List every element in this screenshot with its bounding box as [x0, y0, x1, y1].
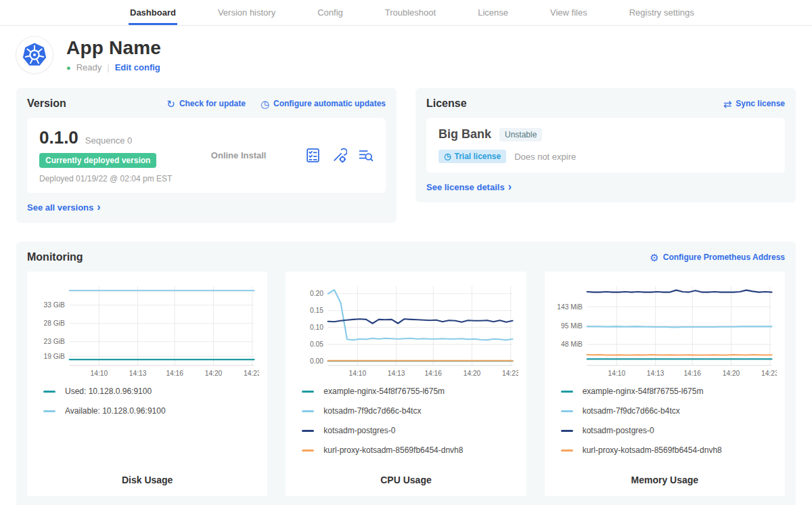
legend-item: example-nginx-54f8f76755-l675m: [561, 387, 777, 396]
svg-text:14:13: 14:13: [388, 370, 405, 377]
license-card: License ⇄ Sync license Big Bank Unstable…: [415, 88, 796, 202]
legend-item: Used: 10.128.0.96:9100: [43, 387, 259, 396]
tab-view-files[interactable]: View files: [549, 0, 589, 25]
svg-text:23 GiB: 23 GiB: [44, 338, 65, 345]
preflight-checks-icon[interactable]: [305, 148, 321, 163]
tab-dashboard[interactable]: Dashboard: [129, 0, 177, 25]
svg-text:14:13: 14:13: [129, 370, 147, 377]
channel-badge: Unstable: [499, 128, 542, 141]
edit-config-icon[interactable]: [332, 148, 347, 163]
svg-text:143 MiB: 143 MiB: [557, 303, 583, 311]
memory-usage-panel: 14:1014:1314:1614:2014:23143 MiB95 MiB48…: [545, 271, 785, 496]
svg-text:14:23: 14:23: [761, 370, 777, 377]
svg-text:0.05: 0.05: [310, 341, 323, 348]
svg-text:33 GiB: 33 GiB: [44, 301, 65, 309]
deployed-timestamp: Deployed 01/19/22 @ 02:04 pm EST: [39, 174, 172, 183]
tab-version-history[interactable]: Version history: [217, 0, 277, 25]
svg-text:14:10: 14:10: [91, 370, 108, 377]
refresh-icon: ↻: [166, 99, 175, 109]
cpu-usage-legend: example-nginx-54f8f76755-l675mkotsadm-7f…: [302, 387, 518, 465]
svg-text:14:20: 14:20: [722, 370, 740, 377]
tab-license[interactable]: License: [476, 0, 510, 25]
monitoring-card: Monitoring ⚙ Configure Prometheus Addres…: [16, 242, 796, 505]
gear-icon: ⚙: [650, 252, 658, 263]
memory-usage-chart: 14:1014:1314:1614:2014:23143 MiB95 MiB48…: [553, 281, 777, 380]
sync-license-link[interactable]: ⇄ Sync license: [723, 99, 785, 109]
svg-text:14:23: 14:23: [502, 370, 518, 377]
legend-label: kurl-proxy-kotsadm-8569fb6454-dnvh8: [323, 445, 463, 455]
svg-text:0.00: 0.00: [310, 357, 323, 365]
legend-label: Used: 10.128.0.96:9100: [65, 387, 152, 396]
edit-config-link[interactable]: Edit config: [115, 62, 160, 72]
legend-label: Available: 10.128.0.96:9100: [65, 406, 166, 416]
legend-item: Available: 10.128.0.96:9100: [43, 406, 259, 416]
svg-text:28 GiB: 28 GiB: [44, 320, 65, 327]
status-dot-icon: ●: [66, 64, 71, 72]
legend-item: kurl-proxy-kotsadm-8569fb6454-dnvh8: [302, 445, 518, 455]
app-status: Ready: [76, 62, 102, 72]
legend-label: kotsadm-7f9dc7d66c-b4tcx: [323, 406, 421, 416]
license-expiry: Does not expire: [514, 152, 576, 162]
svg-text:14:10: 14:10: [608, 370, 625, 377]
configure-prometheus-link[interactable]: ⚙ Configure Prometheus Address: [650, 252, 785, 263]
version-number: 0.1.0: [39, 127, 78, 148]
legend-dash-icon: [302, 449, 314, 452]
svg-text:14:13: 14:13: [646, 370, 664, 377]
license-name: Big Bank: [438, 127, 491, 141]
tab-troubleshoot[interactable]: Troubleshoot: [384, 0, 437, 25]
legend-item: kotsadm-7f9dc7d66c-b4tcx: [302, 406, 518, 416]
version-card: Version ↻ Check for update ◷ Configure a…: [16, 88, 397, 223]
legend-label: example-nginx-54f8f76755-l675m: [323, 387, 445, 396]
trial-license-badge: ◷ Trial license: [438, 150, 506, 163]
version-sequence: Sequence 0: [85, 135, 132, 146]
memory-usage-title: Memory Usage: [553, 465, 777, 492]
legend-item: kurl-proxy-kotsadm-8569fb6454-dnvh8: [561, 445, 777, 455]
legend-item: kotsadm-7f9dc7d66c-b4tcx: [561, 406, 777, 416]
legend-dash-icon: [561, 391, 573, 393]
cpu-usage-chart: 14:1014:1314:1614:2014:230.200.150.100.0…: [294, 281, 518, 380]
legend-dash-icon: [302, 391, 314, 393]
legend-label: kotsadm-7f9dc7d66c-b4tcx: [583, 406, 680, 416]
tab-config[interactable]: Config: [316, 0, 344, 25]
top-nav: Dashboard Version history Config Trouble…: [0, 0, 812, 26]
legend-label: kotsadm-postgres-0: [583, 426, 654, 435]
svg-text:0.10: 0.10: [310, 324, 323, 331]
configure-automatic-updates-link[interactable]: ◷ Configure automatic updates: [261, 99, 386, 109]
legend-item: kotsadm-postgres-0: [302, 426, 518, 435]
sync-icon: ⇄: [723, 99, 732, 109]
svg-text:0.15: 0.15: [310, 307, 323, 314]
disk-usage-panel: 14:1014:1314:1614:2014:2333 GiB28 GiB23 …: [27, 271, 267, 496]
license-card-title: License: [426, 97, 467, 110]
legend-dash-icon: [561, 449, 573, 452]
svg-text:19 GiB: 19 GiB: [44, 353, 65, 360]
legend-dash-icon: [561, 410, 573, 412]
see-license-details-link[interactable]: See license details ›: [426, 181, 512, 193]
svg-text:14:23: 14:23: [244, 370, 259, 377]
see-all-versions-link[interactable]: See all versions ›: [27, 201, 101, 213]
disk-usage-title: Disk Usage: [35, 465, 259, 492]
check-for-update-link[interactable]: ↻ Check for update: [166, 99, 246, 109]
deployed-badge: Currently deployed version: [39, 153, 156, 168]
legend-dash-icon: [43, 410, 55, 412]
svg-text:95 MiB: 95 MiB: [561, 322, 583, 330]
license-panel: Big Bank Unstable ◷ Trial license Does n…: [426, 118, 785, 173]
svg-text:0.20: 0.20: [310, 290, 323, 297]
schedule-icon: ◷: [261, 99, 269, 109]
chevron-right-icon: ›: [508, 181, 512, 193]
divider: |: [107, 62, 109, 72]
svg-text:48 MiB: 48 MiB: [561, 341, 583, 348]
svg-text:14:16: 14:16: [166, 370, 183, 377]
disk-usage-chart: 14:1014:1314:1614:2014:2333 GiB28 GiB23 …: [35, 281, 259, 380]
memory-usage-legend: example-nginx-54f8f76755-l675mkotsadm-7f…: [561, 387, 777, 465]
svg-text:14:20: 14:20: [205, 370, 223, 377]
monitoring-title: Monitoring: [27, 251, 83, 263]
legend-label: kotsadm-postgres-0: [323, 426, 395, 435]
version-card-title: Version: [27, 97, 66, 110]
svg-text:14:10: 14:10: [349, 370, 367, 377]
view-logs-icon[interactable]: [358, 148, 374, 163]
clock-icon: ◷: [444, 152, 451, 161]
current-version-panel: 0.1.0 Sequence 0 Currently deployed vers…: [27, 118, 386, 193]
legend-dash-icon: [302, 410, 314, 412]
tab-registry-settings[interactable]: Registry settings: [628, 0, 696, 25]
legend-label: kurl-proxy-kotsadm-8569fb6454-dnvh8: [583, 445, 722, 455]
